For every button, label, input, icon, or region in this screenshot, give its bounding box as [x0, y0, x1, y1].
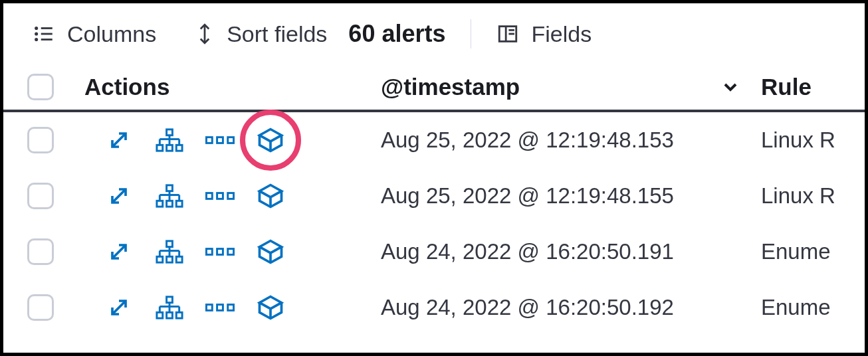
- svg-rect-15: [176, 145, 182, 151]
- svg-rect-22: [217, 137, 223, 143]
- svg-rect-38: [228, 193, 234, 199]
- svg-rect-12: [167, 130, 173, 135]
- svg-rect-37: [217, 193, 223, 199]
- more-icon[interactable]: [205, 181, 235, 211]
- svg-rect-67: [217, 305, 223, 311]
- toolbar-divider: [471, 19, 471, 48]
- session-view-icon[interactable]: [256, 293, 285, 322]
- session-view-icon[interactable]: [256, 126, 285, 155]
- timestamp-header-label: @timestamp: [381, 74, 520, 100]
- session-view-icon[interactable]: [256, 181, 285, 211]
- svg-rect-30: [176, 201, 182, 207]
- columns-label: Columns: [67, 21, 156, 47]
- timestamp-cell: Aug 25, 2022 @ 12:19:48.155: [381, 183, 761, 209]
- expand-icon[interactable]: [104, 181, 134, 211]
- svg-rect-51: [206, 249, 212, 255]
- actions-header: Actions: [84, 74, 381, 100]
- list-icon: [33, 23, 55, 45]
- alerts-count: 60 alerts: [348, 20, 445, 48]
- svg-rect-21: [206, 137, 212, 143]
- fields-icon: [496, 23, 519, 45]
- svg-rect-44: [167, 256, 173, 262]
- session-view-icon[interactable]: [256, 237, 285, 266]
- sort-button[interactable]: Sort fields: [195, 21, 327, 47]
- sort-label: Sort fields: [227, 21, 327, 47]
- columns-button[interactable]: Columns: [33, 21, 156, 47]
- svg-rect-45: [176, 256, 182, 262]
- chevron-down-icon: [720, 76, 741, 98]
- row-checkbox[interactable]: [27, 238, 54, 265]
- svg-rect-27: [167, 185, 173, 191]
- row-checkbox[interactable]: [27, 183, 54, 209]
- table-row: Aug 24, 2022 @ 16:20:50.191Enume: [3, 224, 865, 280]
- svg-point-1: [36, 33, 37, 35]
- rule-header: Rule: [761, 74, 841, 100]
- more-icon[interactable]: [205, 293, 235, 322]
- more-icon[interactable]: [205, 126, 235, 155]
- svg-marker-24: [260, 130, 282, 141]
- svg-line-26: [112, 189, 126, 203]
- fields-button[interactable]: Fields: [496, 21, 592, 47]
- table-header: Actions @timestamp Rule: [3, 64, 865, 112]
- svg-rect-28: [157, 201, 163, 207]
- svg-point-2: [36, 39, 37, 40]
- svg-point-0: [36, 27, 37, 29]
- rule-cell: Enume: [761, 295, 841, 320]
- svg-line-56: [112, 301, 126, 314]
- svg-rect-29: [167, 201, 173, 207]
- svg-rect-57: [167, 297, 173, 303]
- svg-marker-69: [260, 297, 282, 309]
- sort-icon: [195, 21, 215, 46]
- fields-label: Fields: [531, 21, 592, 47]
- svg-rect-23: [228, 137, 234, 143]
- timestamp-cell: Aug 24, 2022 @ 16:20:50.191: [381, 239, 761, 264]
- timestamp-cell: Aug 24, 2022 @ 16:20:50.192: [381, 295, 761, 320]
- rule-cell: Enume: [761, 239, 841, 264]
- timestamp-header[interactable]: @timestamp: [381, 74, 761, 100]
- table-row: Aug 25, 2022 @ 12:19:48.153Linux R: [3, 112, 865, 168]
- table-row: Aug 24, 2022 @ 16:20:50.192Enume: [3, 280, 865, 335]
- expand-icon[interactable]: [104, 293, 134, 322]
- row-checkbox[interactable]: [27, 294, 54, 321]
- svg-rect-43: [157, 256, 163, 262]
- table-row: Aug 25, 2022 @ 12:19:48.155Linux R: [3, 168, 865, 224]
- svg-line-41: [112, 245, 126, 258]
- expand-icon[interactable]: [104, 237, 134, 266]
- svg-marker-39: [260, 185, 282, 197]
- timestamp-cell: Aug 25, 2022 @ 12:19:48.153: [381, 128, 761, 153]
- rule-cell: Linux R: [761, 128, 841, 153]
- row-checkbox[interactable]: [27, 127, 54, 153]
- svg-rect-13: [157, 145, 163, 151]
- svg-rect-53: [228, 249, 234, 255]
- svg-rect-58: [157, 312, 163, 318]
- svg-marker-54: [260, 241, 282, 253]
- analyzer-icon[interactable]: [155, 237, 184, 266]
- svg-rect-66: [206, 305, 212, 311]
- analyzer-icon[interactable]: [155, 181, 184, 211]
- expand-icon[interactable]: [104, 126, 134, 155]
- rule-cell: Linux R: [761, 183, 841, 209]
- toolbar: Columns Sort fields 60 alerts: [3, 3, 865, 64]
- svg-rect-60: [176, 312, 182, 318]
- select-all-checkbox[interactable]: [27, 74, 54, 100]
- analyzer-icon[interactable]: [155, 293, 184, 322]
- svg-rect-14: [167, 145, 173, 151]
- svg-rect-52: [217, 249, 223, 255]
- svg-line-11: [112, 134, 126, 147]
- svg-rect-59: [167, 312, 173, 318]
- more-icon[interactable]: [205, 237, 235, 266]
- svg-rect-68: [228, 305, 234, 311]
- svg-rect-36: [206, 193, 212, 199]
- analyzer-icon[interactable]: [155, 126, 184, 155]
- svg-rect-42: [167, 241, 173, 247]
